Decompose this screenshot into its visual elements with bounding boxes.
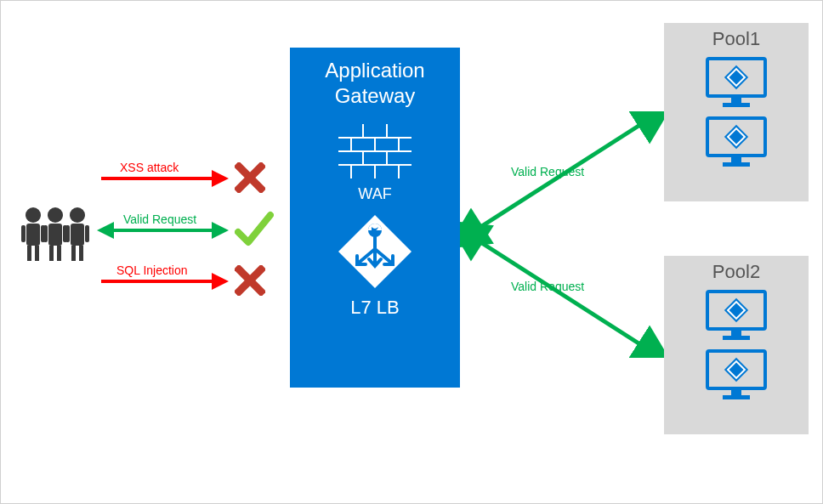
svg-rect-15 [79,246,83,261]
routing-arrows [460,111,664,358]
gateway-title-line1: Application [290,58,460,83]
pool2-box: Pool2 [664,256,809,434]
vm-icon [706,290,767,343]
svg-rect-66 [723,395,750,399]
svg-rect-16 [65,225,70,242]
svg-rect-36 [400,166,412,178]
svg-rect-28 [376,139,398,150]
svg-rect-30 [338,152,362,164]
svg-rect-65 [731,390,741,395]
users-icon [16,203,94,263]
svg-rect-9 [57,246,61,261]
svg-rect-47 [731,98,741,103]
firewall-icon [338,124,412,178]
valid-label: Valid Request [123,212,196,226]
svg-rect-54 [723,162,750,167]
sqli-arrow-head [212,273,229,290]
route-pool1-label: Valid Request [511,165,584,178]
valid-arrow-head-left [97,222,114,239]
svg-rect-8 [49,246,54,261]
svg-rect-2 [27,246,31,261]
x-icon-sqli [235,265,265,296]
svg-rect-4 [21,225,26,242]
vm-icon [706,116,767,169]
svg-rect-14 [71,246,76,261]
lb-label: L7 LB [290,297,460,319]
svg-rect-17 [85,225,89,242]
route-pool2-label: Valid Request [511,280,584,293]
svg-rect-53 [731,157,741,162]
svg-rect-32 [388,152,412,164]
svg-rect-60 [723,336,750,340]
svg-rect-23 [338,124,362,137]
sqli-arrow [101,280,212,283]
gateway-title-line2: Gateway [290,83,460,109]
application-gateway-box: Application Gateway WAF [290,48,460,388]
load-balancer-icon [338,215,412,288]
gateway-title: Application Gateway [290,58,460,109]
svg-rect-24 [364,124,386,137]
pool2-title: Pool2 [664,261,809,283]
svg-rect-31 [364,152,386,164]
xss-arrow [101,177,212,180]
svg-point-6 [48,207,63,223]
svg-rect-26 [338,139,350,150]
xss-label: XSS attack [120,161,179,174]
svg-rect-7 [48,224,62,246]
diagram-canvas: XSS attack Valid Request SQL Injection A… [0,0,823,504]
svg-rect-27 [352,139,374,150]
svg-rect-34 [352,166,374,178]
svg-rect-25 [388,124,412,137]
vm-icon [706,57,767,110]
svg-rect-3 [35,246,39,261]
waf-label: WAF [290,185,460,203]
valid-arrow-head-right [212,222,229,239]
x-icon-xss [235,162,265,193]
svg-rect-1 [26,224,40,246]
svg-rect-33 [338,166,350,178]
svg-line-45 [475,239,645,348]
sqli-label: SQL Injection [116,263,188,277]
svg-rect-29 [400,139,412,150]
svg-rect-10 [43,225,48,242]
xss-arrow-head [212,170,229,187]
svg-rect-13 [71,224,84,246]
check-icon [235,210,274,249]
pool1-box: Pool1 [664,23,809,201]
svg-rect-35 [376,166,398,178]
svg-point-0 [26,207,41,223]
vm-icon [706,349,767,402]
svg-rect-59 [731,331,741,336]
svg-point-12 [70,207,85,223]
pool1-title: Pool1 [664,28,809,50]
svg-rect-48 [723,103,750,107]
valid-arrow [114,229,212,232]
